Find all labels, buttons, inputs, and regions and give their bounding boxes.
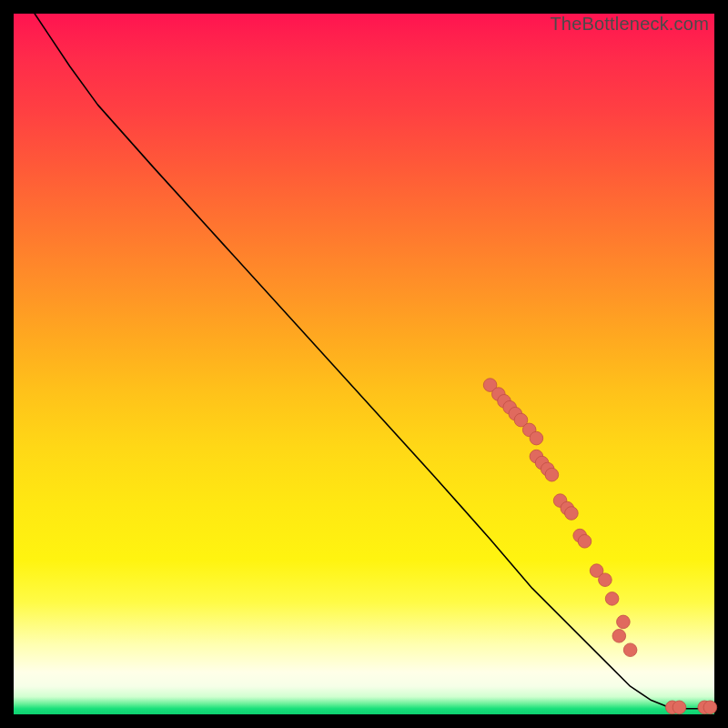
data-marker: [605, 592, 619, 606]
plot-area: TheBottleneck.com: [14, 14, 714, 714]
data-marker: [565, 507, 579, 521]
data-marker: [599, 573, 612, 587]
data-marker: [617, 615, 631, 629]
bottleneck-curve: [35, 14, 707, 709]
data-marker: [578, 534, 592, 548]
data-marker: [703, 701, 717, 714]
data-marker: [530, 431, 543, 445]
chart-stage: TheBottleneck.com: [0, 0, 728, 728]
data-marker: [545, 468, 559, 481]
data-marker: [672, 701, 686, 714]
data-marker: [623, 643, 637, 657]
data-markers: [483, 379, 716, 714]
data-marker: [612, 629, 626, 642]
chart-overlay: [14, 14, 714, 714]
